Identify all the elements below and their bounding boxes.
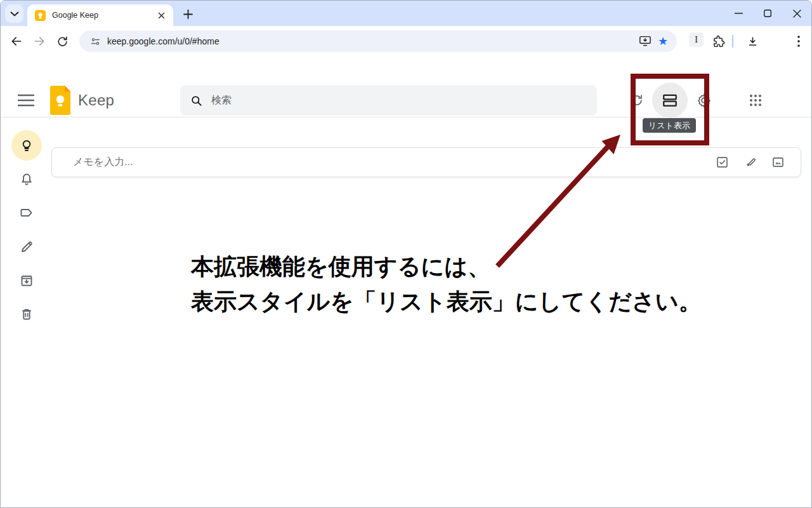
note-input[interactable]: メモを入力... — [51, 147, 801, 177]
downloads-button[interactable] — [742, 30, 763, 52]
tab-search-button[interactable] — [5, 4, 23, 23]
keep-logo[interactable]: Keep — [50, 86, 145, 115]
app-name: Keep — [78, 91, 114, 109]
refresh-icon — [630, 93, 644, 107]
minimize-button[interactable] — [724, 1, 753, 26]
annotation-line-1: 本拡張機能を使用するには、 — [191, 251, 490, 283]
search-input[interactable]: 検索 — [180, 85, 597, 116]
tab-close-icon[interactable] — [156, 10, 167, 21]
browser-menu-button[interactable] — [788, 30, 809, 52]
lightbulb-icon — [19, 138, 34, 153]
new-checklist-button[interactable] — [708, 150, 736, 175]
main-menu-button[interactable] — [17, 91, 35, 109]
sidebar-item-notes[interactable] — [11, 130, 42, 161]
toolbar-separator — [732, 35, 733, 48]
trash-icon — [19, 307, 34, 322]
settings-button[interactable] — [692, 88, 716, 112]
bell-icon — [19, 172, 34, 187]
archive-icon — [19, 273, 34, 288]
sidebar-item-labels[interactable] — [11, 197, 42, 228]
new-drawing-button[interactable] — [736, 150, 764, 175]
reload-icon — [56, 36, 69, 48]
extension-badge-button[interactable]: I — [689, 32, 704, 47]
close-window-button[interactable] — [782, 1, 811, 26]
keep-logo-icon — [50, 86, 70, 115]
install-app-icon[interactable] — [636, 32, 654, 50]
sidebar-item-trash[interactable] — [11, 299, 42, 330]
search-icon — [190, 95, 202, 107]
new-image-note-button[interactable] — [764, 150, 792, 175]
browser-tab-google-keep[interactable]: Google Keep — [27, 4, 173, 26]
apps-grid-icon — [749, 94, 762, 107]
maximize-button[interactable] — [753, 1, 782, 26]
arrow-right-icon — [33, 35, 46, 48]
kebab-menu-icon — [797, 36, 800, 47]
puzzle-icon — [712, 35, 725, 48]
hamburger-icon — [18, 94, 34, 107]
tab-title: Google Keep — [52, 11, 156, 20]
arrow-left-icon — [10, 35, 23, 48]
bookmark-star-icon[interactable]: ★ — [654, 32, 672, 50]
view-tooltip: リスト表示 — [643, 118, 696, 133]
keep-refresh-button[interactable] — [625, 88, 649, 112]
sidebar-item-archive[interactable] — [11, 265, 42, 296]
label-icon — [19, 205, 34, 220]
browser-toolbar: keep.google.com/u/0/#home ★ I — [1, 26, 811, 57]
tab-strip: Google Keep — [1, 1, 811, 26]
google-apps-button[interactable] — [743, 88, 768, 112]
download-icon — [747, 36, 759, 48]
sidebar-item-edit-labels[interactable] — [11, 232, 42, 262]
plus-icon — [183, 10, 193, 19]
list-view-icon — [662, 92, 678, 109]
sidebar-item-reminders[interactable] — [11, 164, 42, 195]
browser-window: Google Keep — [0, 0, 812, 508]
reload-button[interactable] — [51, 30, 73, 52]
address-bar[interactable]: keep.google.com/u/0/#home ★ — [79, 30, 677, 52]
chevron-down-icon — [10, 11, 19, 17]
annotation-line-2: 表示スタイルを「リスト表示」にしてください。 — [191, 286, 702, 318]
pencil-icon — [19, 239, 34, 255]
forward-button[interactable] — [29, 30, 50, 52]
search-placeholder: 検索 — [211, 94, 232, 107]
back-button[interactable] — [6, 30, 27, 52]
extensions-puzzle-button[interactable] — [707, 30, 729, 52]
gear-icon — [697, 93, 712, 108]
site-info-icon[interactable] — [87, 33, 103, 50]
list-view-toggle-button[interactable] — [652, 83, 688, 118]
note-input-placeholder: メモを入力... — [73, 156, 708, 169]
keep-favicon-icon — [35, 10, 46, 21]
window-controls — [724, 1, 811, 26]
url-text[interactable]: keep.google.com/u/0/#home — [107, 36, 636, 46]
new-tab-button[interactable] — [180, 6, 196, 22]
